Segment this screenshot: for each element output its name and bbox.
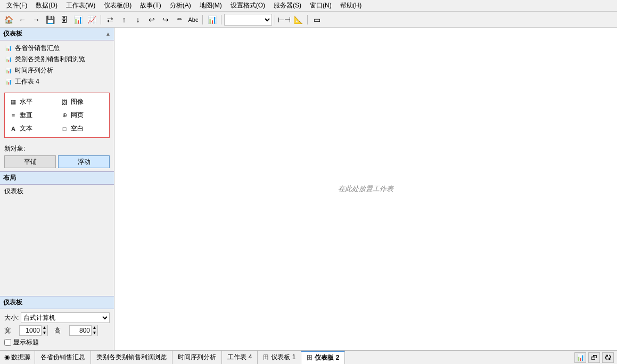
tab-3-label: 时间序列分析 xyxy=(178,353,216,362)
tabbar-action-layout[interactable]: 🗗 xyxy=(588,352,600,363)
toolbar-home[interactable]: 🏠 xyxy=(2,14,15,26)
layout-header: 布局 xyxy=(0,171,114,185)
menu-worksheet[interactable]: 工作表(W) xyxy=(62,0,100,11)
sheet-icon-2: 📊 xyxy=(4,56,13,63)
toolbar-chart2[interactable]: 📈 xyxy=(85,14,98,26)
obj-horizontal[interactable]: ▦ 水平 xyxy=(8,96,55,107)
tab-4[interactable]: 工作表 4 xyxy=(222,351,258,364)
menu-map[interactable]: 地图(M) xyxy=(195,0,226,11)
datasource-label: ◉ 数据源 xyxy=(4,353,30,362)
toolbar-ruler[interactable]: 📐 xyxy=(292,14,305,26)
toolbar-fit[interactable]: ⊢⊣ xyxy=(278,14,291,26)
menu-format[interactable]: 设置格式(O) xyxy=(226,0,269,11)
toolbar-save[interactable]: 💾 xyxy=(44,14,56,26)
height-input-wrap: ▲ ▼ xyxy=(69,325,98,336)
layout-dashboard-label: 仪表板 xyxy=(4,187,23,195)
vertical-icon: ≡ xyxy=(9,112,18,119)
tabbar-action-add[interactable]: 🗘 xyxy=(602,352,614,363)
toolbar-swap[interactable]: ⇄ xyxy=(104,14,117,26)
height-spin-down[interactable]: ▼ xyxy=(91,330,97,336)
width-spinner: ▲ ▼ xyxy=(41,325,47,336)
sheet-item-4[interactable]: 📊 工作表 4 xyxy=(1,76,113,87)
sep1 xyxy=(101,15,101,24)
width-spin-up[interactable]: ▲ xyxy=(41,325,47,330)
obj-webpage-label: 网页 xyxy=(71,111,84,120)
text-icon: A xyxy=(9,125,18,133)
toolbar-text[interactable]: Abc xyxy=(187,14,200,26)
tab-2[interactable]: 类别各类别销售利润浏览 xyxy=(91,351,172,364)
width-label: 宽 xyxy=(4,326,17,335)
show-title-label: 显示标题 xyxy=(13,338,39,347)
sep5 xyxy=(307,15,308,24)
show-title-checkbox[interactable] xyxy=(4,339,11,346)
tab-4-label: 工作表 4 xyxy=(227,353,252,362)
toolbar-present[interactable]: ▭ xyxy=(310,14,323,26)
toolbar-show-chart[interactable]: 📊 xyxy=(205,14,218,26)
tabbar-action-chart[interactable]: 📊 xyxy=(574,352,586,363)
show-title-row: 显示标题 xyxy=(4,338,110,347)
objects-grid: ▦ 水平 🖼 图像 ≡ 垂直 ⊕ 网页 A xyxy=(8,96,106,134)
obj-text[interactable]: A 文本 xyxy=(8,123,55,134)
menu-data[interactable]: 数据(D) xyxy=(31,0,62,11)
toolbar-marks-dropdown[interactable] xyxy=(224,14,272,26)
menu-dashboard[interactable]: 仪表板(B) xyxy=(100,0,136,11)
toolbar: 🏠 ← → 💾 🗄 📊 📈 ⇄ ↑ ↓ ↩ ↪ ✏ Abc 📊 ⊢⊣ 📐 ▭ xyxy=(0,12,617,28)
dash-settings-content: 大小: 台式计算机 宽 ▲ ▼ 高 ▲ xyxy=(0,309,114,350)
menu-analysis[interactable]: 分析(A) xyxy=(166,0,195,11)
menu-story[interactable]: 故事(T) xyxy=(136,0,165,11)
menu-help[interactable]: 帮助(H) xyxy=(336,0,366,11)
obj-vertical-label: 垂直 xyxy=(20,111,32,120)
tab-1[interactable]: 各省份销售汇总 xyxy=(35,351,91,364)
obj-blank[interactable]: □ 空白 xyxy=(59,123,106,134)
menu-server[interactable]: 服务器(S) xyxy=(269,0,306,11)
obj-vertical[interactable]: ≡ 垂直 xyxy=(8,110,55,121)
obj-image[interactable]: 🖼 图像 xyxy=(59,96,106,107)
obj-horizontal-label: 水平 xyxy=(20,97,32,106)
tab-2-label: 类别各类别销售利润浏览 xyxy=(96,353,167,362)
toolbar-back[interactable]: ← xyxy=(16,14,29,26)
dashboard2-icon: 田 xyxy=(307,354,312,362)
width-spin-down[interactable]: ▼ xyxy=(41,330,47,336)
tab-3[interactable]: 时间序列分析 xyxy=(172,351,222,364)
sheet-item-2[interactable]: 📊 类别各类别销售利润浏览 xyxy=(1,54,113,65)
datasource-btn[interactable]: ◉ 数据源 xyxy=(0,351,35,364)
toolbar-sort-desc[interactable]: ↓ xyxy=(131,14,144,26)
tab-dashboard-1-label: 仪表板 1 xyxy=(271,353,295,362)
toolbar-undo[interactable]: ↩ xyxy=(145,14,158,26)
size-device-dropdown[interactable]: 台式计算机 xyxy=(21,312,110,323)
toolbar-redo[interactable]: ↪ xyxy=(159,14,172,26)
menu-window[interactable]: 窗口(N) xyxy=(306,0,336,11)
btn-floating[interactable]: 浮动 xyxy=(58,155,110,168)
sidebar-collapse-icon[interactable]: ▲ xyxy=(105,31,111,37)
sidebar-spacer xyxy=(0,198,114,264)
layout-content: 仪表板 xyxy=(0,185,114,198)
btn-flat[interactable]: 平铺 xyxy=(4,155,56,168)
obj-image-label: 图像 xyxy=(71,97,84,106)
toolbar-annotate[interactable]: ✏ xyxy=(173,14,186,26)
toolbar-chart1[interactable]: 📊 xyxy=(71,14,84,26)
width-row: 宽 ▲ ▼ 高 ▲ ▼ xyxy=(4,325,110,336)
sheet-icon-4: 📊 xyxy=(4,78,13,86)
height-spin-up[interactable]: ▲ xyxy=(91,325,97,330)
obj-text-label: 文本 xyxy=(20,124,32,133)
toolbar-forward[interactable]: → xyxy=(30,14,43,26)
toolbar-sort-asc[interactable]: ↑ xyxy=(118,14,130,26)
height-input[interactable] xyxy=(70,327,91,334)
tab-dashboard-2[interactable]: 田 仪表板 2 xyxy=(301,351,345,364)
main-area: 仪表板 ▲ 📊 各省份销售汇总 📊 类别各类别销售利润浏览 📊 时间序列分析 📊… xyxy=(0,28,617,350)
sep2 xyxy=(202,15,203,24)
sheet-label-1: 各省份销售汇总 xyxy=(15,44,60,53)
width-input[interactable] xyxy=(20,327,41,334)
menu-file[interactable]: 文件(F) xyxy=(2,0,31,11)
tab-1-label: 各省份销售汇总 xyxy=(40,353,85,362)
horizontal-icon: ▦ xyxy=(9,98,18,106)
tabbar: ◉ 数据源 各省份销售汇总 类别各类别销售利润浏览 时间序列分析 工作表 4 田… xyxy=(0,350,617,364)
tab-dashboard-1[interactable]: 田 仪表板 1 xyxy=(258,351,301,364)
width-input-wrap: ▲ ▼ xyxy=(19,325,48,336)
sheet-list: 📊 各省份销售汇总 📊 类别各类别销售利润浏览 📊 时间序列分析 📊 工作表 4 xyxy=(0,40,114,89)
sheet-item-1[interactable]: 📊 各省份销售汇总 xyxy=(1,43,113,54)
sheet-item-3[interactable]: 📊 时间序列分析 xyxy=(1,65,113,76)
obj-webpage[interactable]: ⊕ 网页 xyxy=(59,110,106,121)
webpage-icon: ⊕ xyxy=(60,112,69,119)
toolbar-new-datasource[interactable]: 🗄 xyxy=(57,14,70,26)
